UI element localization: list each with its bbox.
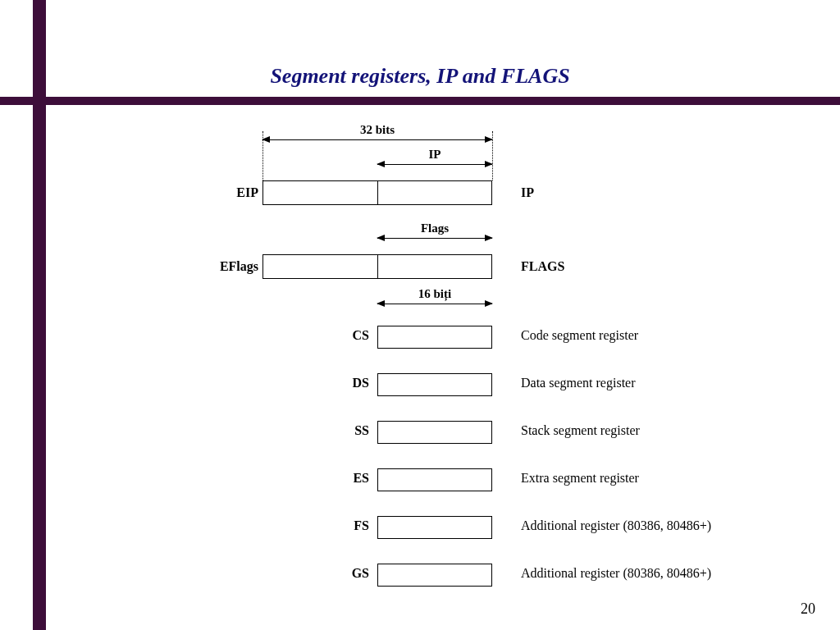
register-diagram: 32 bits IP EIP IP Flags EFlags FLAGS 16 … [0, 0, 840, 630]
register-cs [377, 326, 492, 349]
desc-es: Extra segment register [521, 471, 816, 486]
label-es: ES [328, 471, 369, 486]
register-divider [377, 255, 378, 278]
arrow-left-icon [377, 161, 385, 167]
desc-eip: IP [521, 185, 816, 200]
page-number: 20 [801, 600, 815, 618]
desc-ss: Stack segment register [521, 423, 816, 438]
label-fs: FS [328, 518, 369, 533]
arrow-left-icon [377, 235, 385, 241]
dimension-label: 16 biți [377, 287, 492, 301]
dimension-label: 32 bits [262, 123, 492, 137]
dimension-16biti: 16 biți [377, 304, 492, 304]
arrow-right-icon [485, 300, 493, 307]
register-es [377, 468, 492, 491]
register-fs [377, 516, 492, 539]
label-ss: SS [328, 423, 369, 438]
dimension-flags: Flags [377, 238, 492, 239]
arrow-right-icon [485, 136, 493, 143]
desc-fs: Additional register (80386, 80486+) [521, 518, 816, 533]
dimension-label: IP [377, 148, 492, 162]
label-cs: CS [328, 328, 369, 343]
register-eflags [262, 254, 492, 279]
dimension-ip: IP [377, 164, 492, 165]
desc-gs: Additional register (80386, 80486+) [521, 566, 816, 581]
desc-ds: Data segment register [521, 376, 816, 390]
desc-eflags: FLAGS [521, 259, 816, 274]
label-gs: GS [328, 566, 369, 581]
arrow-left-icon [377, 300, 385, 307]
register-eip [262, 180, 492, 205]
register-gs [377, 564, 492, 587]
arrow-right-icon [485, 235, 493, 241]
register-ds [377, 373, 492, 396]
dimension-label: Flags [377, 221, 492, 235]
label-eflags: EFlags [213, 259, 258, 274]
register-divider [377, 181, 378, 204]
arrow-left-icon [262, 136, 270, 143]
dimension-32bits: 32 bits [262, 139, 492, 140]
label-eip: EIP [213, 185, 258, 200]
desc-cs: Code segment register [521, 328, 816, 343]
register-ss [377, 421, 492, 444]
arrow-right-icon [485, 161, 493, 167]
label-ds: DS [328, 376, 369, 390]
